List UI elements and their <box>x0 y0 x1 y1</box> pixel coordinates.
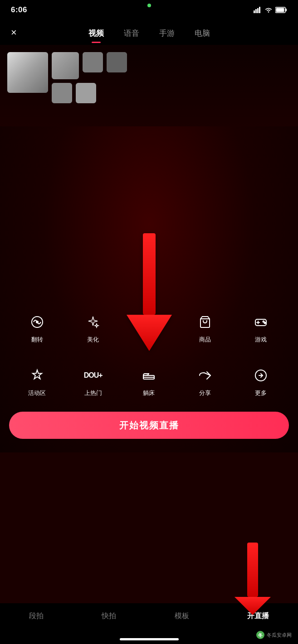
preview-thumb-4[interactable] <box>107 52 127 72</box>
svg-rect-3 <box>259 7 260 13</box>
svg-point-15 <box>264 322 266 324</box>
home-indicator <box>120 638 179 640</box>
preview-thumb-3[interactable] <box>83 52 103 72</box>
arrow-to-live-button <box>234 543 271 617</box>
bottom-arrow-svg <box>234 543 271 615</box>
status-icons <box>254 7 287 13</box>
tool-bed[interactable]: 躺床 <box>121 358 177 404</box>
product-label: 商品 <box>199 336 211 344</box>
activity-icon <box>27 365 47 385</box>
bottom-nav-quick[interactable]: 快拍 <box>96 610 122 623</box>
share-label: 分享 <box>199 389 211 397</box>
activity-label: 活动区 <box>28 389 46 397</box>
status-dot <box>147 4 151 7</box>
svg-marker-19 <box>234 597 271 615</box>
nav-tabs: × 视频 语音 手游 电脑 <box>0 20 298 45</box>
svg-rect-6 <box>276 8 284 12</box>
preview-area <box>0 45 298 126</box>
status-time: 6:06 <box>11 5 27 14</box>
watermark: 冬 冬瓜安卓网 <box>252 629 295 641</box>
bed-label: 躺床 <box>143 389 155 397</box>
status-bar: 6:06 <box>0 0 298 20</box>
tab-mobile-game[interactable]: 手游 <box>149 25 185 41</box>
svg-text:冬: 冬 <box>258 633 263 638</box>
signal-icon <box>254 7 262 13</box>
arrow-to-start-button <box>127 233 172 353</box>
close-button[interactable]: × <box>11 27 17 38</box>
preview-thumb-1[interactable] <box>7 52 48 93</box>
beauty-icon <box>83 312 103 332</box>
svg-rect-0 <box>254 10 255 13</box>
tools-row-2: 活动区 DOU+ 上热门 <box>9 358 289 404</box>
hot-label: 上热门 <box>84 389 102 397</box>
bottom-nav-clip[interactable]: 段拍 <box>24 610 49 623</box>
preview-thumb-2[interactable] <box>52 52 79 79</box>
tool-beauty[interactable]: 美化 <box>65 305 121 351</box>
tab-voice[interactable]: 语音 <box>114 25 149 41</box>
tab-video[interactable]: 视频 <box>78 25 114 41</box>
tool-more[interactable]: 更多 <box>233 358 289 404</box>
flip-icon <box>27 312 47 332</box>
game-icon <box>251 312 271 332</box>
svg-rect-5 <box>286 9 287 11</box>
battery-icon <box>275 7 287 13</box>
tool-hot[interactable]: DOU+ 上热门 <box>65 358 121 404</box>
watermark-text: 冬瓜安卓网 <box>267 632 292 639</box>
watermark-icon: 冬 <box>256 630 265 639</box>
tool-game[interactable]: 游戏 <box>233 305 289 351</box>
svg-point-10 <box>36 321 38 323</box>
more-icon <box>251 365 271 385</box>
bottom-nav-template[interactable]: 模板 <box>169 610 195 623</box>
svg-rect-18 <box>247 543 258 597</box>
beauty-label: 美化 <box>87 336 99 344</box>
start-live-label: 开始视频直播 <box>119 419 179 432</box>
svg-rect-2 <box>257 8 259 13</box>
preview-thumb-5[interactable] <box>52 83 72 103</box>
flip-label: 翻转 <box>31 336 43 344</box>
preview-thumb-6[interactable] <box>76 83 96 103</box>
hot-icon: DOU+ <box>83 365 103 385</box>
tool-flip[interactable]: 翻转 <box>9 305 65 351</box>
tool-product[interactable]: 商品 <box>177 305 233 351</box>
tab-pc[interactable]: 电脑 <box>185 25 220 41</box>
start-live-button[interactable]: 开始视频直播 <box>9 412 289 439</box>
big-arrow-svg <box>127 233 172 351</box>
tool-share[interactable]: 分享 <box>177 358 233 404</box>
svg-rect-1 <box>255 9 257 13</box>
wifi-icon <box>264 7 273 13</box>
bed-icon <box>139 365 159 385</box>
more-label: 更多 <box>255 389 267 397</box>
svg-point-14 <box>263 321 264 322</box>
game-label: 游戏 <box>255 336 267 344</box>
share-icon <box>195 365 215 385</box>
main-camera-area: 翻转 美化 <box>0 126 298 452</box>
product-icon <box>195 312 215 332</box>
svg-marker-8 <box>127 315 172 351</box>
svg-rect-7 <box>143 233 156 315</box>
tool-activity[interactable]: 活动区 <box>9 358 65 404</box>
